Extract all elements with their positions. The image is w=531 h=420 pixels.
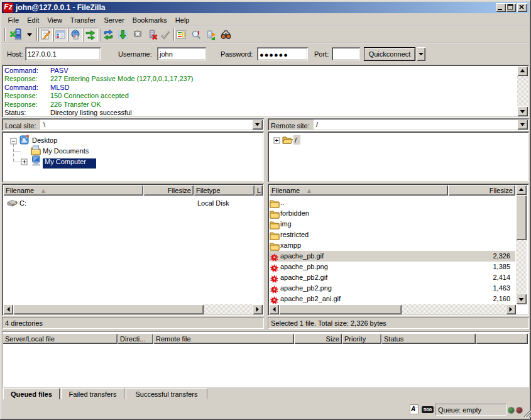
svg-text:2,326: 2,326 — [493, 252, 510, 260]
svg-text:1,385: 1,385 — [493, 263, 510, 270]
svg-text:apache_pb.png: apache_pb.png — [280, 263, 328, 270]
svg-text:apache_pb.gif: apache_pb.gif — [280, 252, 324, 260]
svg-text:2,160: 2,160 — [493, 295, 510, 302]
svg-text:apache_pb2.gif: apache_pb2.gif — [280, 274, 328, 281]
svg-text:My Documents: My Documents — [43, 147, 89, 155]
svg-text:Desktop: Desktop — [32, 136, 57, 144]
svg-text:..: .. — [280, 199, 284, 206]
svg-text:xampp: xampp — [280, 241, 301, 249]
svg-text:img: img — [280, 220, 292, 228]
svg-text:2,414: 2,414 — [493, 274, 510, 281]
svg-text:apache_pb2.png: apache_pb2.png — [280, 284, 332, 292]
svg-text:My Computer: My Computer — [45, 158, 86, 165]
svg-text:apache_pb2_ani.gif: apache_pb2_ani.gif — [280, 295, 341, 302]
svg-text:forbidden: forbidden — [280, 209, 309, 217]
svg-text:1,463: 1,463 — [493, 284, 510, 292]
svg-text:restricted: restricted — [280, 231, 309, 238]
